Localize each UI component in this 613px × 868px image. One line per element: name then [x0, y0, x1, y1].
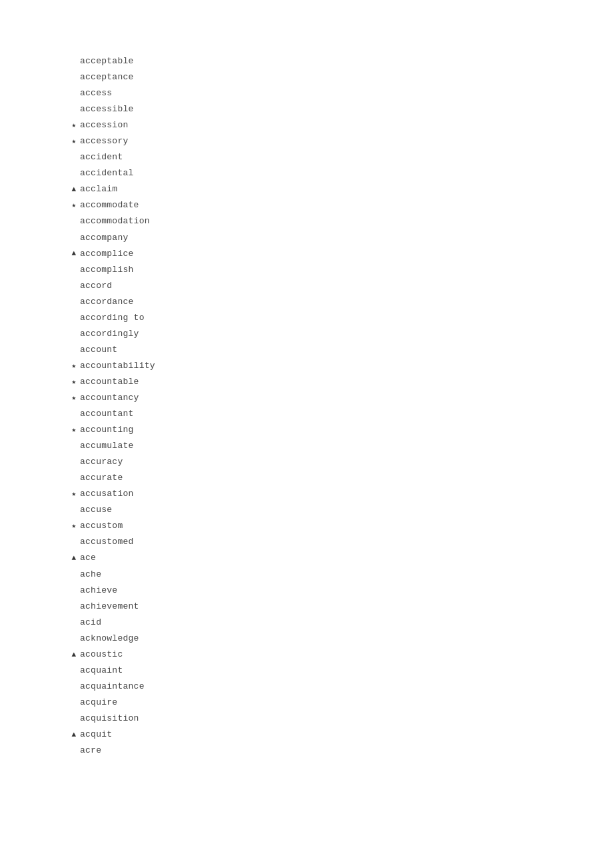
word-label: accordingly [80, 326, 139, 342]
word-label: accountancy [80, 390, 139, 406]
word-label: acoustic [80, 647, 123, 663]
word-label: acquire [80, 695, 117, 711]
list-item: accident [0, 149, 613, 165]
list-item: acquaintance [0, 679, 613, 695]
triangle-icon: ▲ [61, 648, 80, 661]
list-item: acceptance [0, 69, 613, 85]
word-label: accustom [80, 518, 123, 534]
word-label: accomplice [80, 246, 134, 262]
list-item: ▲acquit [0, 727, 613, 743]
list-item: accumulate [0, 438, 613, 454]
word-label: access [80, 85, 112, 101]
list-item: achievement [0, 599, 613, 615]
word-label: ache [80, 567, 101, 583]
list-item: ★accountability [0, 358, 613, 374]
list-item: according to [0, 310, 613, 326]
list-item: accomplish [0, 262, 613, 278]
star-icon: ★ [61, 199, 80, 212]
list-item: accidental [0, 165, 613, 181]
list-item: ★accession [0, 117, 613, 133]
word-label: ace [80, 550, 96, 566]
list-item: ★accommodate [0, 197, 613, 213]
list-item: achieve [0, 583, 613, 599]
word-label: acquaint [80, 663, 123, 679]
word-label: accountable [80, 374, 139, 390]
list-item: ★accessory [0, 133, 613, 149]
list-item: accompany [0, 230, 613, 246]
list-item: accountant [0, 406, 613, 422]
word-label: acquaintance [80, 679, 145, 695]
list-item: ★accusation [0, 486, 613, 502]
list-item: accuracy [0, 454, 613, 470]
word-label: achieve [80, 583, 117, 599]
word-label: acknowledge [80, 631, 139, 647]
word-label: accusation [80, 486, 134, 502]
word-label: accessible [80, 101, 134, 117]
word-label: accountability [80, 358, 155, 374]
list-item: accurate [0, 470, 613, 486]
list-item: ★accustom [0, 518, 613, 534]
list-item: accessible [0, 101, 613, 117]
word-label: accuracy [80, 454, 123, 470]
word-label: acre [80, 743, 101, 759]
list-item: ▲acclaim [0, 181, 613, 197]
word-label: account [80, 342, 117, 358]
word-label: acquisition [80, 711, 139, 727]
word-label: acceptable [80, 53, 134, 69]
word-label: acquit [80, 727, 112, 743]
word-label: achievement [80, 599, 139, 615]
list-item: ache [0, 567, 613, 583]
list-item: acquire [0, 695, 613, 711]
word-label: acid [80, 615, 101, 631]
word-label: accommodation [80, 213, 150, 229]
word-label: accession [80, 117, 129, 133]
list-item: acquaint [0, 663, 613, 679]
list-item: ▲ace [0, 550, 613, 566]
word-label: accidental [80, 165, 134, 181]
word-label: accessory [80, 133, 129, 149]
word-label: accommodate [80, 197, 139, 213]
list-item: acknowledge [0, 631, 613, 647]
list-item: acid [0, 615, 613, 631]
triangle-icon: ▲ [61, 728, 80, 741]
word-label: accurate [80, 470, 123, 486]
list-item: acquisition [0, 711, 613, 727]
word-label: acclaim [80, 181, 117, 197]
star-icon: ★ [61, 423, 80, 437]
star-icon: ★ [61, 119, 80, 132]
list-item: accustomed [0, 534, 613, 550]
list-item: accordingly [0, 326, 613, 342]
triangle-icon: ▲ [61, 183, 80, 196]
triangle-icon: ▲ [61, 551, 80, 565]
star-icon: ★ [61, 135, 80, 148]
word-label: accord [80, 278, 112, 294]
word-label: accustomed [80, 534, 134, 550]
word-label: accordance [80, 294, 134, 310]
list-item: ★accountable [0, 374, 613, 390]
star-icon: ★ [61, 487, 80, 501]
star-icon: ★ [61, 375, 80, 389]
list-item: ★accountancy [0, 390, 613, 406]
word-label: according to [80, 310, 145, 326]
word-label: accountant [80, 406, 134, 422]
word-label: accident [80, 149, 123, 165]
triangle-icon: ▲ [61, 247, 80, 260]
list-item: ▲accomplice [0, 246, 613, 262]
list-item: accordance [0, 294, 613, 310]
list-item: ★accounting [0, 422, 613, 438]
list-item: ▲acoustic [0, 647, 613, 663]
list-item: accord [0, 278, 613, 294]
list-item: access [0, 85, 613, 101]
word-label: accounting [80, 422, 134, 438]
word-list: acceptableacceptanceaccessaccessible★acc… [0, 53, 613, 759]
list-item: accuse [0, 502, 613, 518]
list-item: accommodation [0, 213, 613, 229]
word-label: acceptance [80, 69, 134, 85]
star-icon: ★ [61, 519, 80, 533]
word-label: accuse [80, 502, 112, 518]
list-item: account [0, 342, 613, 358]
star-icon: ★ [61, 359, 80, 373]
word-label: accumulate [80, 438, 134, 454]
list-item: acre [0, 743, 613, 759]
list-item: acceptable [0, 53, 613, 69]
